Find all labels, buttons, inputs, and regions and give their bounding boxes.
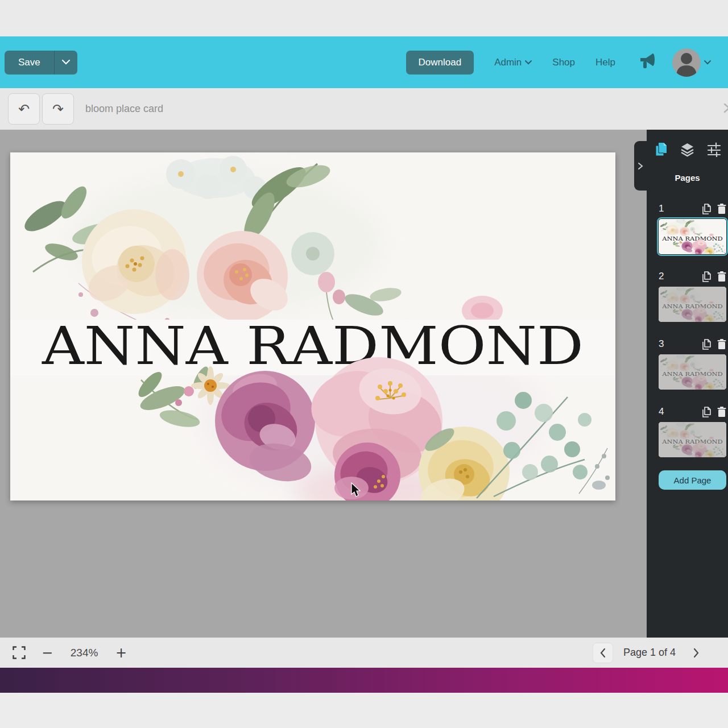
page-thumbnail-3[interactable] (659, 354, 726, 390)
sidebar-tabs (647, 130, 728, 159)
chevron-down-icon (62, 60, 70, 65)
duplicate-page-icon[interactable] (702, 204, 712, 214)
delete-page-icon[interactable] (717, 271, 726, 282)
zoom-statusbar: − 234% + Page 1 of 4 (0, 638, 728, 668)
browser-bottom-strip (0, 693, 728, 728)
nav-admin-label: Admin (494, 57, 522, 68)
page-number: 1 (659, 203, 664, 214)
next-page-button[interactable] (686, 643, 706, 663)
nav-help-label: Help (595, 57, 615, 68)
avatar (672, 48, 701, 77)
page-item-3: 3 (659, 338, 726, 390)
zoom-level: 234% (68, 647, 101, 659)
layers-panel-icon[interactable] (680, 142, 694, 159)
page-item-4: 4 (659, 406, 726, 457)
delete-page-icon[interactable] (717, 407, 726, 417)
pages-panel-title: Pages (647, 173, 728, 183)
document-title: bloom place card (85, 103, 163, 115)
save-dropdown-button[interactable] (55, 51, 77, 75)
undo-button[interactable]: ↶ (8, 93, 40, 125)
delete-page-icon[interactable] (717, 204, 726, 214)
page-number: 3 (659, 338, 664, 350)
page-navigator: Page 1 of 4 (593, 643, 706, 663)
zoom-in-button[interactable]: + (115, 645, 127, 661)
page-number: 2 (659, 271, 664, 282)
duplicate-page-icon[interactable] (702, 339, 712, 350)
design-canvas[interactable] (0, 130, 647, 638)
pages-panel-icon[interactable] (654, 142, 668, 159)
browser-top-strip (0, 0, 728, 36)
add-page-button[interactable]: Add Page (659, 470, 726, 490)
editor-main: Pages 1 (0, 130, 728, 638)
save-split-button: Save (5, 51, 77, 75)
page-thumbnail-2[interactable] (659, 287, 726, 322)
save-button[interactable]: Save (5, 51, 55, 75)
nav-shop-label: Shop (552, 57, 575, 68)
nav-shop[interactable]: Shop (552, 57, 575, 68)
document-toolbar: ↶ ↷ bloom place card (0, 88, 728, 130)
delete-page-icon[interactable] (717, 339, 726, 350)
zoom-out-button[interactable]: − (42, 645, 53, 661)
page-indicator: Page 1 of 4 (623, 647, 676, 659)
app-header: Save Download Admin Shop Help (0, 36, 728, 88)
page-item-1: 1 (659, 203, 726, 254)
redo-button[interactable]: ↷ (42, 93, 74, 125)
chevron-down-icon (525, 60, 532, 65)
place-card-artboard[interactable] (10, 152, 615, 500)
page-number: 4 (659, 406, 664, 417)
page-thumbnail-1[interactable] (659, 219, 726, 254)
nav-admin[interactable]: Admin (494, 57, 532, 68)
duplicate-page-icon[interactable] (702, 407, 712, 417)
nav-help[interactable]: Help (595, 57, 615, 68)
pages-list: 1 2 (647, 183, 728, 490)
fullscreen-icon[interactable] (13, 646, 26, 659)
account-menu[interactable] (672, 48, 711, 77)
page-thumbnail-4[interactable] (659, 422, 726, 457)
pages-sidebar: Pages 1 (647, 130, 728, 638)
toolbar-overflow-chevron-icon[interactable] (722, 102, 728, 116)
brand-gradient-bar (0, 668, 728, 693)
page-item-2: 2 (659, 271, 726, 322)
sidebar-collapse-tab[interactable] (634, 141, 647, 191)
adjustments-panel-icon[interactable] (707, 142, 721, 159)
previous-page-button[interactable] (593, 643, 613, 663)
announcements-megaphone-icon[interactable] (638, 52, 657, 73)
chevron-down-icon (704, 60, 711, 65)
download-button[interactable]: Download (406, 51, 474, 75)
duplicate-page-icon[interactable] (702, 271, 712, 282)
